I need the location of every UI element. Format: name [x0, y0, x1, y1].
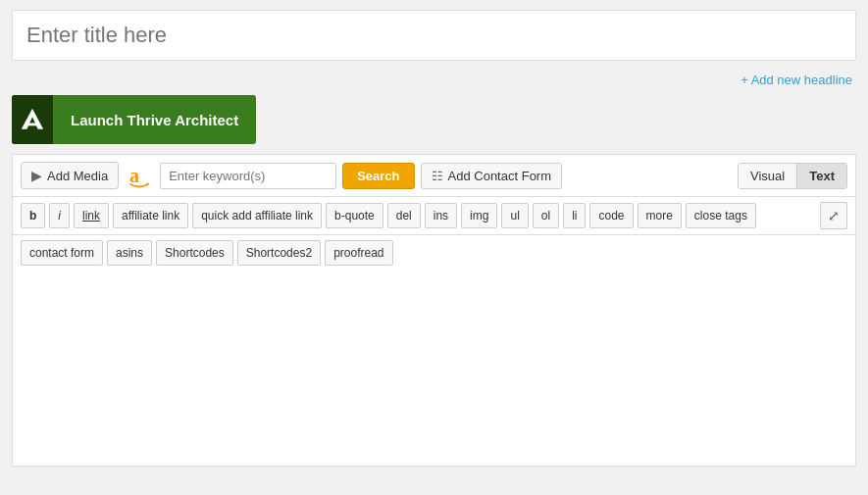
contact-form-btn[interactable]: contact form	[21, 240, 103, 266]
link-button[interactable]: link	[74, 203, 109, 228]
add-headline-row: + Add new headline	[12, 69, 856, 95]
editor-content[interactable]	[12, 271, 856, 467]
launch-thrive-architect-button[interactable]: Launch Thrive Architect	[12, 95, 256, 144]
ul-button[interactable]: ul	[501, 203, 528, 228]
search-button[interactable]: Search	[342, 163, 414, 189]
affiliate-link-button[interactable]: affiliate link	[113, 203, 188, 228]
quick-add-affiliate-link-button[interactable]: quick add affiliate link	[192, 203, 322, 228]
ins-button[interactable]: ins	[425, 203, 457, 228]
editor-toolbar: ▶ Add Media a Search ☷ Add Contact Form	[12, 154, 856, 271]
img-button[interactable]: img	[461, 203, 497, 228]
toolbar-row3: contact form asins Shortcodes Shortcodes…	[13, 235, 855, 271]
add-contact-form-button[interactable]: ☷ Add Contact Form	[421, 163, 563, 189]
del-button[interactable]: del	[387, 203, 421, 228]
media-icon: ▶	[31, 168, 42, 183]
text-button[interactable]: Text	[797, 164, 846, 188]
add-contact-form-label: Add Contact Form	[448, 169, 552, 183]
more-button[interactable]: more	[638, 203, 682, 228]
b-quote-button[interactable]: b-quote	[326, 203, 383, 228]
visual-button[interactable]: Visual	[739, 164, 796, 188]
close-tags-button[interactable]: close tags	[686, 203, 756, 228]
svg-rect-1	[26, 124, 39, 126]
add-headline-link[interactable]: + Add new headline	[740, 73, 852, 87]
code-button[interactable]: code	[589, 203, 633, 228]
thrive-icon	[12, 95, 53, 144]
proofread-button[interactable]: proofread	[325, 240, 392, 266]
svg-marker-0	[22, 109, 43, 129]
amazon-icon[interactable]: a	[125, 161, 154, 190]
li-button[interactable]: li	[563, 203, 586, 228]
add-media-label: Add Media	[47, 169, 108, 183]
asins-button[interactable]: asins	[107, 240, 152, 266]
search-label: Search	[357, 169, 399, 183]
italic-button[interactable]: i	[49, 203, 70, 228]
text-label: Text	[809, 169, 835, 183]
shortcodes-button[interactable]: Shortcodes	[156, 240, 233, 266]
toolbar-row2: b i link affiliate link quick add affili…	[13, 197, 855, 235]
title-input-wrapper	[12, 10, 856, 61]
expand-icon: ⤢	[828, 208, 840, 223]
ol-button[interactable]: ol	[533, 203, 559, 228]
title-input[interactable]	[13, 11, 855, 60]
expand-button[interactable]: ⤢	[820, 202, 847, 229]
launch-btn-label: Launch Thrive Architect	[53, 112, 256, 128]
page-wrapper: + Add new headline Launch Thrive Archite…	[0, 0, 868, 476]
toolbar-row1: ▶ Add Media a Search ☷ Add Contact Form	[13, 155, 855, 197]
launch-btn-wrapper: Launch Thrive Architect	[12, 95, 856, 144]
keyword-input[interactable]	[160, 163, 336, 189]
visual-label: Visual	[750, 169, 785, 183]
add-media-button[interactable]: ▶ Add Media	[21, 162, 119, 189]
contact-form-icon: ☷	[432, 169, 443, 183]
svg-text:a: a	[129, 165, 139, 186]
shortcodes2-button[interactable]: Shortcodes2	[237, 240, 321, 266]
bold-button[interactable]: b	[21, 203, 45, 228]
visual-text-group: Visual Text	[738, 163, 847, 189]
